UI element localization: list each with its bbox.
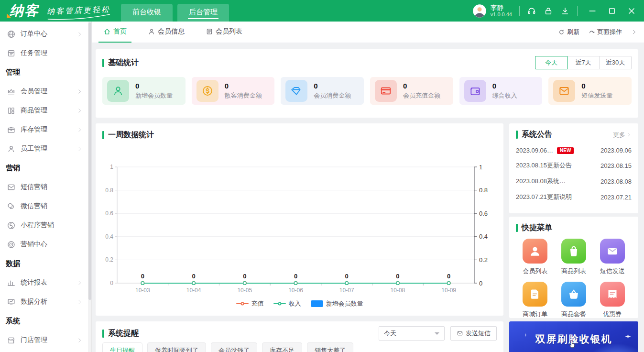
legend-item[interactable]: 新增会员数量: [311, 299, 363, 308]
svg-text:0.8: 0.8: [479, 187, 488, 194]
svg-text:10-04: 10-04: [186, 287, 201, 294]
page-actions-chevron-icon[interactable]: [631, 29, 637, 35]
legend-item[interactable]: 充值: [236, 299, 264, 308]
action-label: 刷新: [567, 28, 579, 36]
sidebar-section-management: 管理: [0, 63, 91, 82]
refresh-action[interactable]: 刷新: [558, 28, 579, 36]
sidebar-item-store-management[interactable]: 门店管理: [0, 330, 91, 350]
announcement-item[interactable]: 2023.08.08系统…2023.08.08: [516, 177, 632, 186]
legend-label: 充值: [251, 299, 264, 308]
tab-home[interactable]: 首页: [98, 22, 131, 43]
top-nav-label: 前台收银: [131, 6, 162, 19]
tab-strip: 首页会员信息会员列表 刷新页面操作: [92, 22, 644, 43]
tab-member-list[interactable]: 会员列表: [201, 22, 247, 43]
stat-card-walkin-spend: 0散客消费金额: [192, 77, 275, 105]
caret-down-icon: [435, 332, 439, 337]
quick-menu-coupons[interactable]: 优惠券: [600, 282, 625, 319]
quick-menu-label: 商城订单: [523, 310, 547, 319]
reminder-period-select[interactable]: 今天: [379, 326, 445, 341]
announcement-item[interactable]: 2023.07.21更新说明2023.07.21: [516, 193, 632, 201]
chart-canvas: 00.20.40.60.8100.20.40.60.8110-0310-0410…: [102, 140, 496, 298]
divider: [577, 6, 578, 16]
sidebar-item-product-management[interactable]: 商品管理: [0, 101, 91, 120]
announcement-item[interactable]: 2023.08.15更新公告2023.08.15: [516, 161, 632, 170]
sidebar-scrollbar-thumb[interactable]: [88, 22, 91, 300]
promo-banner[interactable]: 双屏刷脸收银机: [509, 321, 638, 352]
svg-text:0.2: 0.2: [479, 256, 488, 264]
logo-accent: [7, 13, 11, 18]
sidebar-item-wechat-marketing[interactable]: 微信营销: [0, 197, 91, 216]
download-icon[interactable]: [560, 6, 570, 16]
reminder-tab-maintenance-due[interactable]: 保养时间要到了: [147, 342, 206, 352]
svg-text:0: 0: [447, 273, 450, 280]
reminder-tab-low-stock[interactable]: 库存不足: [262, 342, 302, 352]
sidebar-item-sms-marketing[interactable]: 短信营销: [0, 177, 91, 197]
crown-icon: [7, 87, 16, 96]
sidebar-item-member-management[interactable]: 会员管理: [0, 82, 91, 101]
quick-menu-sms-send[interactable]: 短信发送: [600, 239, 625, 275]
sidebar-item-statistics-reports[interactable]: 统计报表: [0, 273, 91, 292]
app-version: v1.0.0.44: [491, 11, 512, 18]
user-name: 李静: [491, 4, 512, 12]
sidebar-section-marketing: 营销: [0, 158, 91, 177]
reminder-period-value: 今天: [384, 329, 396, 338]
period-button-last30[interactable]: 近30天: [599, 56, 632, 69]
weekly-chart-card: 一周数据统计 00.20.40.60.8100.20.40.60.8110-03…: [96, 123, 503, 316]
minimize-button[interactable]: [588, 6, 597, 16]
stat-card-member-spend: 0会员消费金额: [281, 77, 364, 105]
announcement-text: 2023.07.21更新说明: [516, 193, 572, 201]
announcement-date: 2023.08.08: [600, 178, 632, 185]
announcement-item[interactable]: 2023.09.06…NEW2023.09.06: [516, 147, 632, 154]
chevron-right-icon: [626, 132, 632, 137]
sidebar-item-staff-management[interactable]: 员工管理: [0, 139, 91, 158]
sidebar-item-inventory-management[interactable]: 库存管理: [0, 120, 91, 139]
sidebar-item-task-management[interactable]: 任务管理: [0, 44, 91, 63]
tab-member-info[interactable]: 会员信息: [143, 22, 189, 43]
reminder-card: 系统提醒 今天 发送短信: [96, 321, 503, 352]
close-button[interactable]: [627, 6, 636, 16]
quick-menu-label: 短信发送: [600, 267, 625, 275]
main-area: 首页会员信息会员列表 刷新页面操作 基础统计 今天近7天近30天 0新增会员数量…: [92, 22, 644, 352]
lock-icon[interactable]: [544, 6, 553, 16]
sidebar-item-order-center[interactable]: 订单中心: [0, 24, 91, 44]
topbar: 纳客 纳客管店更轻松 前台收银后台管理 李静 v1.0.0.44: [0, 0, 644, 22]
announcements-more-link[interactable]: 更多: [613, 131, 632, 139]
reminder-tab-poor-sales[interactable]: 销售太差了: [307, 342, 353, 352]
person-fill-icon: [523, 239, 547, 264]
weekly-chart: 00.20.40.60.8100.20.40.60.8110-0310-0410…: [102, 140, 497, 298]
stat-text: 0综合收入: [492, 82, 517, 100]
svg-text:10-03: 10-03: [135, 287, 150, 294]
sidebar-item-data-analysis[interactable]: 数据分析: [0, 292, 91, 311]
reminder-tab-birthday[interactable]: 生日提醒: [102, 342, 142, 352]
sidebar-item-label: 商品管理: [21, 106, 47, 115]
send-sms-button[interactable]: 发送短信: [450, 326, 497, 341]
period-button-last7[interactable]: 近7天: [567, 56, 600, 69]
legend-line-marker: [273, 303, 286, 304]
top-nav-front-cashier[interactable]: 前台收银: [121, 4, 173, 22]
reminder-tab-member-no-money[interactable]: 会员没钱了: [211, 342, 257, 352]
sidebar-item-miniprogram-marketing[interactable]: 小程序营销: [0, 216, 91, 235]
goods-icon: [7, 106, 16, 115]
quick-menu-member-list[interactable]: 会员列表: [523, 239, 547, 275]
target-icon: [7, 240, 16, 249]
top-nav-back-office[interactable]: 后台管理: [177, 4, 229, 22]
svg-text:0: 0: [345, 273, 349, 280]
hand-cursor-icon: [568, 339, 578, 349]
user-profile[interactable]: 李静 v1.0.0.44: [472, 4, 512, 18]
base-stats-card: 基础统计 今天近7天近30天 0新增会员数量0散客消费金额0会员消费金额0会员充…: [96, 49, 638, 118]
stat-value: 0: [492, 82, 517, 90]
support-icon[interactable]: [527, 6, 536, 16]
page-ops-action[interactable]: 页面操作: [588, 28, 622, 36]
store-icon: [7, 336, 16, 345]
quick-menu-product-packages[interactable]: 商品套餐: [561, 282, 586, 319]
period-button-today[interactable]: 今天: [535, 56, 568, 69]
legend-item[interactable]: 收入: [273, 299, 301, 308]
top-nav-label: 后台管理: [188, 6, 218, 19]
quick-menu-mall-orders[interactable]: 商城订单: [523, 282, 547, 319]
sidebar-item-marketing-center[interactable]: 营销中心: [0, 235, 91, 254]
maximize-button[interactable]: [607, 6, 617, 16]
tab-label: 会员信息: [158, 27, 185, 36]
reminder-tabs: 生日提醒保养时间要到了会员没钱了库存不足销售太差了: [102, 342, 497, 352]
quick-menu-product-list[interactable]: 商品列表: [561, 239, 586, 275]
period-button-group: 今天近7天近30天: [535, 56, 632, 69]
